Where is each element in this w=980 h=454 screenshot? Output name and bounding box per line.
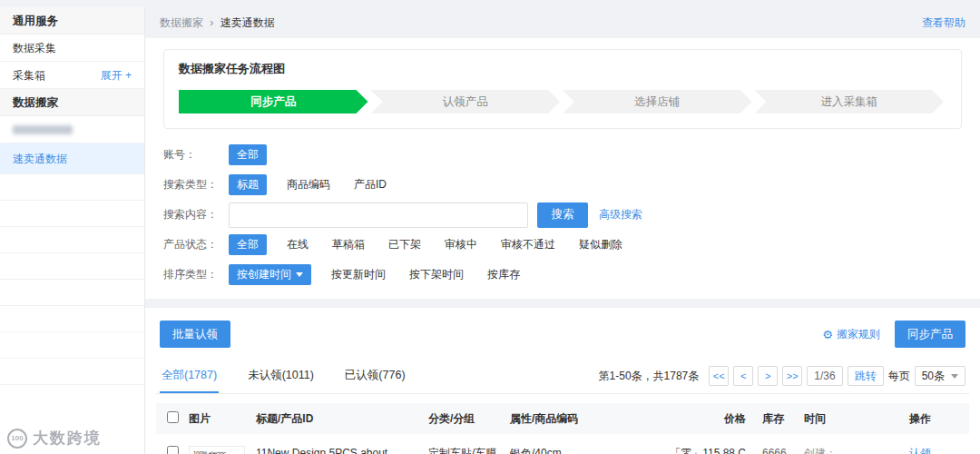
table-panel: 批量认领 ⚙ 搬家规则 同步产品 全部(1787) 未认领(1011) 已认领(… (145, 308, 980, 454)
per-page-value: 50条 (922, 369, 945, 384)
row-time-cell: 创建： 2025-11-14 14:02 更新： 2025-11-14 14:0… (802, 446, 904, 454)
flow-step-select-shop: 选择店铺 (563, 90, 752, 114)
account-option-all[interactable]: 全部 (229, 144, 267, 165)
table-row: 100% electric 98% electric 66% electric … (156, 434, 969, 454)
search-button[interactable]: 搜索 (537, 202, 588, 228)
row-image-cell: 100% electric 98% electric 66% electric … (189, 446, 256, 454)
sort-by-stock[interactable]: 按库存 (487, 267, 520, 282)
filter-row-status: 产品状态： 全部 在线 草稿箱 已下架 审核中 审核不通过 疑似删除 (163, 230, 962, 260)
pagination: 第1-50条，共1787条 << < > >> 1/36 跳转 每页 50条 (599, 366, 965, 386)
sidebar-item-placeholder[interactable] (0, 306, 144, 332)
expand-link[interactable]: 展开 + (101, 62, 132, 89)
sidebar-item-collect-box[interactable]: 采集箱 展开 + (0, 62, 144, 89)
filter-row-search-type: 搜索类型： 标题 商品编码 产品ID (163, 170, 962, 200)
column-header-stock: 库存 (751, 411, 802, 427)
search-input[interactable] (229, 202, 528, 228)
search-type-product-code[interactable]: 商品编码 (287, 177, 330, 192)
sort-label: 排序类型： (163, 267, 229, 282)
flow-steps: 同步产品 认领产品 选择店铺 进入采集箱 (179, 90, 946, 114)
created-label: 创建： (804, 446, 904, 454)
tab-claimed[interactable]: 已认领(776) (343, 359, 407, 393)
first-page-button[interactable]: << (709, 366, 729, 386)
sidebar-item-placeholder[interactable] (0, 359, 144, 385)
gear-icon: ⚙ (822, 329, 833, 340)
advanced-search-link[interactable]: 高级搜索 (599, 207, 642, 222)
row-checkbox[interactable] (167, 446, 179, 454)
tab-unclaimed[interactable]: 未认领(1011) (246, 359, 316, 393)
claim-link[interactable]: 认领 (909, 446, 967, 454)
sort-by-updated[interactable]: 按更新时间 (331, 267, 386, 282)
sku-item: 银色/40cm ASD-Silver-40cm (510, 446, 657, 454)
column-header-actions: 操作 (904, 411, 967, 427)
pagination-summary: 第1-50条，共1787条 (599, 369, 700, 384)
status-reviewing[interactable]: 审核中 (445, 237, 477, 252)
product-image[interactable]: 100% electric 98% electric 66% electric … (189, 446, 245, 454)
breadcrumb-separator: › (210, 16, 213, 29)
sort-by-offline-time[interactable]: 按下架时间 (409, 267, 464, 282)
chevron-down-icon (296, 272, 303, 277)
status-all[interactable]: 全部 (229, 234, 267, 255)
search-type-title[interactable]: 标题 (229, 174, 267, 195)
select-all-checkbox[interactable] (167, 411, 179, 423)
toolbar: 批量认领 ⚙ 搬家规则 同步产品 (156, 319, 969, 359)
batch-claim-button[interactable]: 批量认领 (160, 321, 230, 348)
jump-button[interactable]: 跳转 (848, 366, 884, 386)
status-label: 产品状态： (163, 237, 229, 252)
breadcrumb-row: 数据搬家 › 速卖通数据 查看帮助 (145, 7, 980, 38)
sidebar-item-placeholder[interactable] (0, 280, 144, 306)
status-draft[interactable]: 草稿箱 (332, 237, 365, 252)
sidebar-item-smt-data[interactable]: 速卖通数据 (0, 143, 144, 174)
prev-page-button[interactable]: < (733, 366, 753, 386)
flow-filter-panel: 数据搬家任务流程图 同步产品 认领产品 选择店铺 进入采集箱 账号： 全部 搜索… (145, 38, 980, 299)
row-category-cell: 定制车贴/车膜(Custom Fit Car Sticker &Custom F… (428, 446, 510, 454)
filter-row-sort: 排序类型： 按创建时间 按更新时间 按下架时间 按库存 (163, 260, 962, 290)
flow-title: 数据搬家任务流程图 (179, 61, 946, 77)
table-header: 图片 标题/产品ID 分类/分组 属性/商品编码 价格 库存 时间 操作 (156, 403, 969, 434)
tab-all[interactable]: 全部(1787) (160, 359, 219, 393)
status-offline[interactable]: 已下架 (388, 237, 421, 252)
account-label: 账号： (163, 147, 229, 163)
sidebar-item-placeholder[interactable] (0, 332, 144, 359)
help-link[interactable]: 查看帮助 (922, 15, 965, 31)
chevron-down-icon (951, 374, 958, 379)
sort-by-created[interactable]: 按创建时间 (229, 264, 311, 285)
sidebar: 通用服务 数据采集 采集箱 展开 + 数据搬家 速卖通数据 (0, 7, 145, 454)
status-suspect-deleted[interactable]: 疑似删除 (579, 237, 622, 252)
filter-row-search: 搜索内容： 搜索 高级搜索 (163, 200, 962, 230)
redacted-label (13, 125, 73, 134)
header-checkbox-cell (156, 411, 189, 426)
row-stock-cell: 6666 6666 (751, 446, 802, 454)
sidebar-item-data-collect[interactable]: 数据采集 (0, 35, 144, 62)
main-content: 数据搬家 › 速卖通数据 查看帮助 数据搬家任务流程图 同步产品 认领产品 选择… (145, 7, 980, 454)
next-page-button[interactable]: > (758, 366, 778, 386)
breadcrumb-current: 速卖通数据 (220, 16, 275, 29)
sidebar-item-placeholder[interactable] (0, 174, 144, 201)
sidebar-item-label: 速卖通数据 (13, 143, 67, 174)
sidebar-item-redacted[interactable] (0, 116, 144, 143)
flow-step-sync-product: 同步产品 (179, 90, 368, 114)
sort-by-created-label: 按创建时间 (237, 267, 291, 282)
tabs: 全部(1787) 未认领(1011) 已认领(776) (160, 359, 435, 393)
row-attributes-cell: 银色/40cm ASD-Silver-40cm 银色/25cm ASD-Silv… (510, 446, 664, 454)
per-page-select[interactable]: 50条 (915, 366, 965, 386)
migration-rules-link[interactable]: ⚙ 搬家规则 (822, 327, 880, 342)
column-header-attributes: 属性/商品编码 (510, 411, 664, 427)
status-review-failed[interactable]: 审核不通过 (501, 237, 555, 252)
breadcrumb: 数据搬家 › 速卖通数据 (160, 15, 275, 31)
sidebar-item-placeholder[interactable] (0, 201, 144, 227)
search-type-product-id[interactable]: 产品ID (354, 177, 387, 192)
flow-box: 数据搬家任务流程图 同步产品 认领产品 选择店铺 进入采集箱 (163, 49, 962, 129)
column-header-image: 图片 (189, 411, 256, 427)
sidebar-item-placeholder[interactable] (0, 253, 144, 280)
last-page-button[interactable]: >> (782, 366, 802, 386)
sku-stock: 6666 (762, 446, 802, 454)
sidebar-item-placeholder[interactable] (0, 227, 144, 253)
status-online[interactable]: 在线 (287, 237, 309, 252)
sync-product-button[interactable]: 同步产品 (895, 321, 965, 348)
sidebar-section-data-migration: 数据搬家 (0, 89, 144, 116)
sidebar-item-label: 采集箱 (13, 62, 45, 89)
search-type-label: 搜索类型： (163, 177, 229, 192)
migration-rules-label: 搬家规则 (837, 327, 880, 342)
row-checkbox-cell (156, 446, 189, 454)
breadcrumb-parent[interactable]: 数据搬家 (160, 16, 203, 29)
